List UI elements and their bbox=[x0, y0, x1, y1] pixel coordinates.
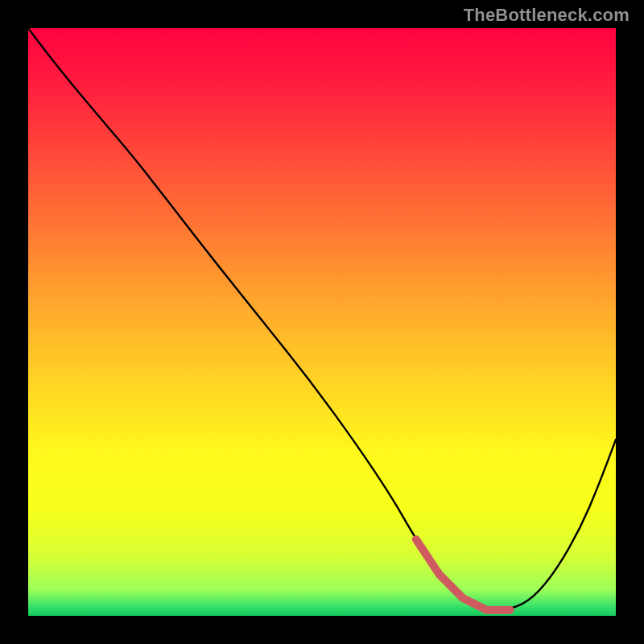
chart-svg bbox=[28, 28, 616, 616]
chart-frame: TheBottleneck.com bbox=[0, 0, 644, 644]
watermark-text: TheBottleneck.com bbox=[464, 5, 630, 26]
gradient-background bbox=[28, 28, 616, 616]
plot-area bbox=[28, 28, 616, 616]
